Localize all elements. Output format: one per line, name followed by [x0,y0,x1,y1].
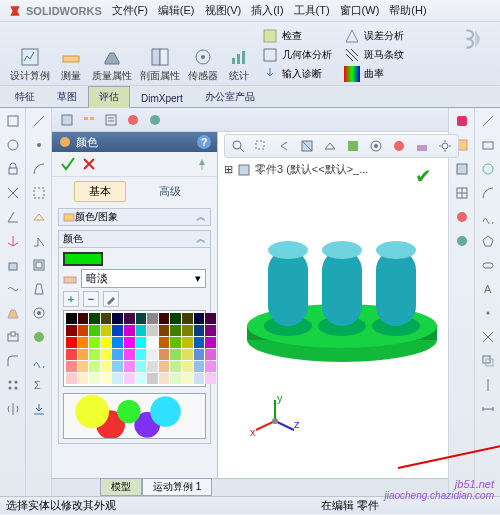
palette-swatch[interactable] [78,373,89,384]
palette-swatch[interactable] [170,337,181,348]
palette-swatch[interactable] [78,313,89,324]
vt-shell-icon[interactable] [30,256,48,274]
tab-dimxpert[interactable]: DimXpert [130,89,194,107]
tab-office[interactable]: 办公室产品 [194,86,266,107]
hide-show-icon[interactable] [367,137,385,155]
palette-swatch[interactable] [124,325,135,336]
palette-swatch[interactable] [194,313,205,324]
palette-swatch[interactable] [66,313,77,324]
help-button[interactable]: ? [197,135,211,149]
color-palette[interactable] [63,310,206,387]
rt-slot-icon[interactable] [479,256,497,274]
palette-swatch[interactable] [147,325,158,336]
palette-swatch[interactable] [147,349,158,360]
tp-explorer-icon[interactable] [453,160,471,178]
tp-resources-icon[interactable] [453,112,471,130]
tp-view-palette-icon[interactable] [453,184,471,202]
palette-swatch[interactable] [89,361,100,372]
zoom-fit-icon[interactable] [229,137,247,155]
palette-swatch[interactable] [124,373,135,384]
palette-swatch[interactable] [78,325,89,336]
rt-text-icon[interactable]: A [479,280,497,298]
vt-appearance-icon[interactable] [30,328,48,346]
palette-swatch[interactable] [205,349,216,360]
eyedropper-icon[interactable] [103,291,119,307]
cancel-icon[interactable] [82,157,96,171]
section-color[interactable]: 颜色 ︽ [58,230,211,248]
ribbon-check[interactable]: 检查 [260,28,334,44]
ribbon-geom[interactable]: 几何体分析 [260,47,334,63]
vt-export-icon[interactable] [30,400,48,418]
pin-icon[interactable] [195,157,209,171]
palette-swatch[interactable] [124,349,135,360]
palette-swatch[interactable] [147,373,158,384]
palette-swatch[interactable] [101,337,112,348]
part-name[interactable]: 零件3 (默认<<默认>_... [255,162,368,177]
ribbon-error[interactable]: 误差分析 [342,28,406,44]
palette-swatch[interactable] [170,361,181,372]
section-color-image[interactable]: 颜色/图象 ︽ [58,208,211,226]
tab-sketch[interactable]: 草图 [46,86,88,107]
ribbon-curvature[interactable]: 曲率 [342,66,406,82]
view-settings-icon[interactable] [436,137,454,155]
palette-swatch[interactable] [194,373,205,384]
current-color-swatch[interactable] [63,252,103,266]
palette-swatch[interactable] [101,325,112,336]
palette-swatch[interactable] [101,313,112,324]
confirm-icon[interactable]: ✔ [415,164,432,188]
rt-dim-icon[interactable] [479,400,497,418]
fm-property-icon[interactable] [102,111,120,129]
tab-feature[interactable]: 特征 [4,86,46,107]
rt-circle-icon[interactable] [479,160,497,178]
menu-view[interactable]: 视图(V) [205,3,242,18]
palette-swatch[interactable] [182,373,193,384]
palette-swatch[interactable] [159,349,170,360]
palette-swatch[interactable] [147,313,158,324]
palette-swatch[interactable] [66,325,77,336]
view-orient-icon[interactable] [321,137,339,155]
palette-swatch[interactable] [136,361,147,372]
menu-file[interactable]: 文件(F) [112,3,148,18]
menu-edit[interactable]: 编辑(E) [158,3,195,18]
palette-swatch[interactable] [159,313,170,324]
palette-swatch[interactable] [182,313,193,324]
vt-extrude-icon[interactable] [4,256,22,274]
palette-swatch[interactable] [101,349,112,360]
shade-dropdown[interactable]: 暗淡▾ [81,269,206,288]
menu-help[interactable]: 帮助(H) [389,3,426,18]
palette-swatch[interactable] [112,325,123,336]
vt-rib-icon[interactable] [30,232,48,250]
vt-lock-icon[interactable] [4,160,22,178]
palette-swatch[interactable] [124,337,135,348]
tp-appearance-icon[interactable] [453,208,471,226]
fm-config-icon[interactable] [80,111,98,129]
vt-cut-icon[interactable] [4,328,22,346]
palette-swatch[interactable] [136,337,147,348]
palette-swatch[interactable] [89,325,100,336]
vt-sweep-icon[interactable] [4,280,22,298]
tab-basic[interactable]: 基本 [74,181,126,202]
palette-swatch[interactable] [89,337,100,348]
palette-swatch[interactable] [136,313,147,324]
vt-axis-icon[interactable] [4,232,22,250]
palette-swatch[interactable] [205,361,216,372]
rt-line-icon[interactable] [479,112,497,130]
btab-motion[interactable]: 运动算例 1 [142,478,212,496]
vt-refplane-icon[interactable] [30,208,48,226]
palette-swatch[interactable] [194,361,205,372]
vt-equation-icon[interactable]: Σ [30,376,48,394]
palette-swatch[interactable] [147,361,158,372]
remove-color-button[interactable]: − [83,291,99,307]
ribbon-mass[interactable]: 质量属性 [92,26,132,82]
vt-fillet-icon[interactable] [4,352,22,370]
palette-swatch[interactable] [194,337,205,348]
vt-loft-icon[interactable] [4,304,22,322]
ribbon-zebra[interactable]: 斑马条纹 [342,47,406,63]
palette-swatch[interactable] [112,337,123,348]
section-view-icon[interactable] [298,137,316,155]
menu-window[interactable]: 窗口(W) [340,3,380,18]
vt-scissors-icon[interactable] [4,184,22,202]
palette-swatch[interactable] [170,313,181,324]
vt-circle-icon[interactable] [4,136,22,154]
rt-trim-icon[interactable] [479,328,497,346]
